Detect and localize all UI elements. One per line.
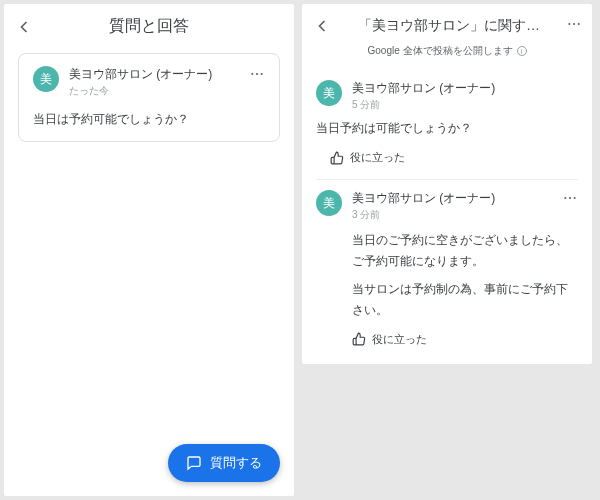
helpful-label: 役に立った	[372, 332, 427, 347]
fab-label: 質問する	[210, 454, 262, 472]
helpful-button[interactable]: 役に立った	[352, 332, 578, 347]
more-icon[interactable]	[249, 66, 265, 86]
chat-icon	[186, 455, 202, 471]
svg-point-0	[251, 73, 253, 75]
helpful-button[interactable]: 役に立った	[330, 150, 578, 165]
more-icon[interactable]	[562, 190, 578, 210]
questions-answers-panel: 質問と回答 美 美ヨウ部サロン (オーナー) たった今 当日は予約可能でしょうか…	[4, 4, 294, 496]
post-head: 美 美ヨウ部サロン (オーナー) 5 分前	[316, 80, 578, 112]
back-icon[interactable]	[14, 17, 34, 37]
answer-p2: 当サロンは予約制の為、事前にご予約下さい。	[352, 279, 578, 320]
timestamp: 3 分前	[352, 208, 552, 222]
svg-point-2	[261, 73, 263, 75]
thread-question: 美 美ヨウ部サロン (オーナー) 5 分前 当日予約は可能でしょうか？ 役に立っ…	[302, 70, 592, 179]
svg-point-5	[578, 23, 580, 25]
thumb-up-icon	[330, 151, 344, 165]
author-label: 美ヨウ部サロン (オーナー)	[352, 80, 578, 97]
question-thread-panel: 「美ヨウ部サロン」に関す… Google 全体で投稿を公開します i 美 美ヨウ…	[302, 4, 592, 364]
thread-question-body: 当日予約は可能でしょうか？	[316, 118, 578, 138]
author-label: 美ヨウ部サロン (オーナー)	[69, 66, 239, 83]
post-meta: 美ヨウ部サロン (オーナー) たった今	[69, 66, 239, 98]
header-right: 「美ヨウ部サロン」に関す…	[302, 4, 592, 44]
question-card[interactable]: 美 美ヨウ部サロン (オーナー) たった今 当日は予約可能でしょうか？	[18, 53, 280, 142]
helpful-label: 役に立った	[350, 150, 405, 165]
page-title: 質問と回答	[34, 16, 264, 37]
avatar: 美	[316, 190, 342, 216]
post-head: 美 美ヨウ部サロン (オーナー) たった今	[33, 66, 265, 98]
question-body: 当日は予約可能でしょうか？	[33, 110, 265, 129]
info-icon[interactable]: i	[517, 46, 527, 56]
timestamp: 5 分前	[352, 98, 578, 112]
thread-answer-body: 当日のご予約に空きがございましたら、ご予約可能になります。 当サロンは予約制の為…	[352, 230, 578, 320]
avatar: 美	[33, 66, 59, 92]
svg-point-7	[569, 197, 571, 199]
author-label: 美ヨウ部サロン (オーナー)	[352, 190, 552, 207]
header-left: 質問と回答	[4, 4, 294, 45]
subtitle: Google 全体で投稿を公開します i	[302, 44, 592, 70]
timestamp: たった今	[69, 84, 239, 98]
ask-question-button[interactable]: 質問する	[168, 444, 280, 482]
post-head: 美 美ヨウ部サロン (オーナー) 3 分前	[316, 190, 578, 222]
thread-title: 「美ヨウ部サロン」に関す…	[332, 17, 566, 35]
more-icon[interactable]	[566, 16, 582, 36]
svg-point-4	[573, 23, 575, 25]
svg-point-6	[564, 197, 566, 199]
back-icon[interactable]	[312, 16, 332, 36]
svg-point-1	[256, 73, 258, 75]
thumb-up-icon	[352, 332, 366, 346]
post-meta: 美ヨウ部サロン (オーナー) 5 分前	[352, 80, 578, 112]
avatar: 美	[316, 80, 342, 106]
answer-p1: 当日のご予約に空きがございましたら、ご予約可能になります。	[352, 230, 578, 271]
post-meta: 美ヨウ部サロン (オーナー) 3 分前	[352, 190, 552, 222]
svg-point-3	[568, 23, 570, 25]
svg-point-8	[574, 197, 576, 199]
thread-answer: 美 美ヨウ部サロン (オーナー) 3 分前 当日のご予約に空きがございましたら、…	[302, 180, 592, 361]
subtitle-text: Google 全体で投稿を公開します	[367, 44, 512, 58]
